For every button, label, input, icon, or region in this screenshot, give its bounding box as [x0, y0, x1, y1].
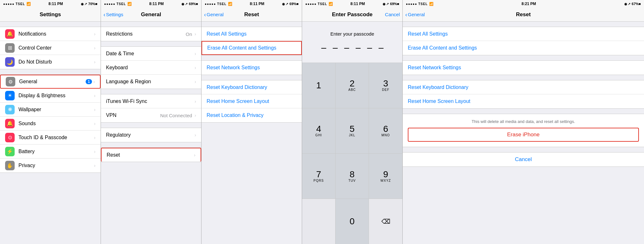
item-reset-location[interactable]: Reset Location & Privacy: [202, 108, 302, 122]
item-reset-all-5[interactable]: Reset All Settings: [403, 27, 644, 41]
key-4[interactable]: 4 GHI: [302, 108, 336, 153]
item-erase-all[interactable]: Erase All Content and Settings: [202, 41, 302, 55]
erase-confirm-scroll[interactable]: Reset All Settings Erase All Content and…: [403, 22, 644, 244]
date-time-label: Date & Time: [106, 51, 193, 57]
display-icon: ☀: [5, 91, 15, 100]
reset-network-label-5: Reset Network Settings: [408, 65, 461, 71]
key-7[interactable]: 7 PQRS: [302, 153, 336, 199]
reset-label: Reset: [107, 152, 193, 158]
nav-back-general[interactable]: ‹ Settings: [103, 12, 123, 17]
status-left-4: ●●●●● TSEL 📶: [305, 2, 333, 6]
chevron-icon: ›: [195, 65, 196, 70]
key-0[interactable]: 0: [336, 199, 369, 244]
status-right-5: ◉ ↗ 67%■: [624, 2, 641, 6]
item-reset-all-settings[interactable]: Reset All Settings: [202, 27, 302, 41]
key-8[interactable]: 8 TUV: [336, 153, 369, 199]
general-list[interactable]: Restrictions On › Date & Time › Keyboard…: [101, 22, 201, 244]
item-reset-keyboard-5[interactable]: Reset Keyboard Dictionary: [403, 80, 644, 94]
status-right-2: ◉ ↗ 69%■: [181, 2, 198, 6]
display-label: Display & Brightness: [18, 93, 93, 98]
general-group-mid: Date & Time › Keyboard › Language & Regi…: [101, 46, 201, 89]
key-5[interactable]: 5 JKL: [336, 108, 369, 153]
key-delete[interactable]: ⌫: [369, 199, 402, 244]
dot-2: [333, 48, 338, 49]
item-reset-keyboard[interactable]: Reset Keyboard Dictionary: [202, 80, 302, 94]
general-badge: 1: [86, 79, 92, 84]
erase-iphone-label: Erase iPhone: [507, 132, 540, 138]
letters-3: DEF: [382, 88, 389, 92]
general-group-top: Restrictions On ›: [101, 27, 201, 41]
key-3[interactable]: 3 DEF: [369, 63, 402, 108]
erase-confirm-panel: ●●●●● TSEL 📶 8:21 PM ◉ ↗ 67%■ ‹ General …: [402, 0, 644, 244]
passcode-prompt-text: Enter your passcode: [308, 31, 396, 37]
item-keyboard[interactable]: Keyboard ›: [101, 61, 201, 75]
item-battery[interactable]: ⚡ Battery ›: [0, 145, 101, 159]
status-left-5: ●●●●● TSEL 📶: [406, 2, 434, 6]
status-bar-1: ●●●●● TSEL 📶 8:11 PM ◉ ↗ 70%■: [0, 0, 101, 8]
item-reset-network-5[interactable]: Reset Network Settings: [403, 61, 644, 75]
letters-5: JKL: [349, 133, 355, 137]
nav-cancel-4[interactable]: Cancel: [385, 12, 400, 17]
reset-list[interactable]: Reset All Settings Erase All Content and…: [202, 22, 302, 244]
item-date-time[interactable]: Date & Time ›: [101, 47, 201, 61]
sounds-label: Sounds: [18, 121, 93, 126]
sounds-icon: 🔔: [5, 119, 15, 128]
item-notifications[interactable]: 🔔 Notifications ›: [0, 27, 101, 41]
letters-7: PQRS: [314, 179, 324, 182]
reset-network-label: Reset Network Settings: [207, 65, 260, 71]
item-privacy[interactable]: ✋ Privacy ›: [0, 159, 101, 173]
settings-list-1[interactable]: 🔔 Notifications › ⊞ Control Center › 🌙 D…: [0, 22, 101, 244]
time-4: 8:11 PM: [350, 2, 365, 6]
item-language-region[interactable]: Language & Region ›: [101, 75, 201, 89]
key-9[interactable]: 9 WXYZ: [369, 153, 402, 199]
item-reset-home-5[interactable]: Reset Home Screen Layout: [403, 94, 644, 108]
item-restrictions[interactable]: Restrictions On ›: [101, 27, 201, 41]
reset-home-screen-label: Reset Home Screen Layout: [207, 98, 269, 104]
item-do-not-disturb[interactable]: 🌙 Do Not Disturb ›: [0, 55, 101, 69]
item-reset[interactable]: Reset ›: [101, 148, 201, 162]
item-wallpaper[interactable]: ❋ Wallpaper ›: [0, 103, 101, 117]
reset-home-label-5: Reset Home Screen Layout: [408, 98, 471, 104]
vpn-value: Not Connected: [160, 113, 192, 118]
erase-all-label: Erase All Content and Settings: [207, 45, 276, 51]
key-2[interactable]: 2 ABC: [336, 63, 369, 108]
general-group-itunes: iTunes Wi-Fi Sync › VPN Not Connected ›: [101, 94, 201, 123]
nav-back-5[interactable]: ‹ General: [405, 12, 425, 17]
item-erase-all-5[interactable]: Erase All Content and Settings: [403, 41, 644, 55]
chevron-icon: ›: [94, 31, 96, 37]
wifi-icon-4: 📶: [329, 2, 333, 6]
reset-group-3: Reset Keyboard Dictionary Reset Home Scr…: [202, 80, 302, 123]
cancel-button[interactable]: Cancel: [403, 152, 644, 166]
nav-title-2: General: [141, 11, 161, 18]
chevron-icon: ›: [195, 99, 196, 104]
digit-0: 0: [350, 217, 355, 226]
key-1[interactable]: 1: [302, 63, 336, 108]
item-sounds[interactable]: 🔔 Sounds ›: [0, 117, 101, 131]
wifi-icon-3: 📶: [228, 2, 232, 6]
status-right-4: ◉ ↗ 69%■: [383, 2, 399, 6]
erase-iphone-button[interactable]: Erase iPhone: [408, 128, 639, 142]
item-general[interactable]: ⚙ General 1 ›: [0, 75, 101, 89]
item-reset-home-screen[interactable]: Reset Home Screen Layout: [202, 94, 302, 108]
nav-back-reset[interactable]: ‹ General: [204, 12, 223, 17]
digit-2: 2: [350, 79, 355, 88]
battery-4: 69%■: [390, 2, 399, 6]
chevron-icon: ›: [195, 79, 196, 84]
chevron-icon: ›: [195, 113, 196, 118]
notifications-icon: 🔔: [5, 29, 15, 39]
item-vpn[interactable]: VPN Not Connected ›: [101, 108, 201, 122]
location-icon-4: ◉ ↗: [383, 2, 389, 6]
location-icon-2: ◉ ↗: [181, 2, 188, 6]
control-center-icon: ⊞: [5, 43, 15, 53]
item-touch-id[interactable]: ⊙ Touch ID & Passcode ›: [0, 131, 101, 145]
item-reset-network[interactable]: Reset Network Settings: [202, 61, 302, 75]
item-control-center[interactable]: ⊞ Control Center ›: [0, 41, 101, 55]
item-display-brightness[interactable]: ☀ Display & Brightness ›: [0, 89, 101, 103]
item-regulatory[interactable]: Regulatory ›: [101, 128, 201, 142]
dot-3: [344, 48, 349, 49]
item-itunes-wifi[interactable]: iTunes Wi-Fi Sync ›: [101, 94, 201, 108]
wifi-icon-5: 📶: [429, 2, 434, 6]
back-chevron-icon-5: ‹: [405, 12, 407, 17]
key-6[interactable]: 6 MNO: [369, 108, 402, 153]
chevron-icon: ›: [93, 79, 95, 84]
